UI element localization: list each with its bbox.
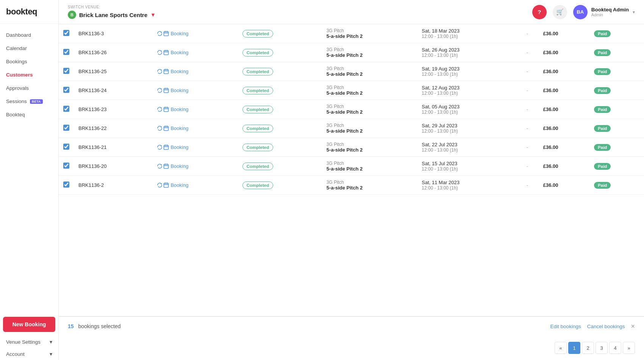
facility-category: 3G Pitch (327, 142, 413, 147)
datetime-cell: Sat, 12 Aug 2023 12:00 - 13:00 (1h) (417, 81, 516, 100)
venue-icon: B (68, 11, 76, 19)
row-checkbox[interactable] (63, 144, 69, 150)
facility-name: 5-a-side Pitch 2 (327, 109, 413, 115)
booking-type-link[interactable]: Booking (157, 144, 233, 150)
cancel-bookings-link[interactable]: Cancel bookings (587, 324, 625, 329)
booking-date: Sat, 22 Jul 2023 (422, 142, 511, 147)
dash-value: - (527, 69, 528, 74)
booking-type-label: Booking (170, 182, 188, 188)
row-checkbox-cell (59, 62, 74, 81)
page-4-button[interactable]: 4 (609, 342, 621, 354)
booking-type-link[interactable]: Booking (157, 182, 233, 188)
refresh-icon (157, 182, 163, 188)
approvals-label: Approvals (6, 85, 29, 91)
facility-cell: 3G Pitch 5-a-side Pitch 2 (322, 62, 417, 81)
booking-type-link[interactable]: Booking (157, 50, 233, 55)
new-booking-button[interactable]: New Booking (3, 317, 55, 332)
payment-badge: Paid (594, 125, 611, 132)
row-checkbox[interactable] (63, 125, 69, 131)
payment-badge: Paid (594, 87, 611, 94)
customers-label: Customers (6, 72, 33, 78)
facility-category: 3G Pitch (327, 85, 413, 90)
status-cell: Completed (238, 62, 322, 81)
edit-bookings-link[interactable]: Edit bookings (550, 324, 581, 329)
bookings-label: Bookings (6, 59, 27, 64)
refresh-icon (157, 144, 163, 150)
page-2-button[interactable]: 2 (582, 342, 594, 354)
sidebar-item-approvals[interactable]: Approvals (0, 81, 58, 95)
row-checkbox[interactable] (63, 49, 69, 55)
booking-type-link[interactable]: Booking (157, 88, 233, 93)
booking-time: 12:00 - 13:00 (1h) (422, 166, 511, 172)
calendar-type-icon (163, 31, 169, 36)
booking-date: Sat, 29 Jul 2023 (422, 123, 511, 128)
row-checkbox[interactable] (63, 68, 69, 74)
venue-selector[interactable]: B Brick Lane Sports Centre ▼ (68, 11, 156, 19)
extra-cell: - (516, 119, 539, 138)
sidebar-section-venue-settings[interactable]: Venue Settings ▾ (0, 336, 58, 348)
price-cell: £36.00 (539, 157, 589, 176)
status-badge: Completed (242, 87, 273, 94)
booking-type-link[interactable]: Booking (157, 163, 233, 169)
payment-badge: Paid (594, 68, 611, 75)
booking-time: 12:00 - 13:00 (1h) (422, 53, 511, 58)
booking-date: Sat, 19 Aug 2023 (422, 66, 511, 72)
facility-category: 3G Pitch (327, 28, 413, 33)
booking-type-cell: Booking (152, 100, 238, 119)
booking-date: Sat, 18 Mar 2023 (422, 28, 511, 34)
page-3-button[interactable]: 3 (596, 342, 608, 354)
selected-count: 15 (68, 323, 74, 329)
user-name: Bookteq Admin (591, 7, 629, 13)
datetime-cell: Sat, 15 Jul 2023 12:00 - 13:00 (1h) (417, 157, 516, 176)
close-selection-button[interactable]: × (631, 322, 635, 330)
booking-type-icons (157, 88, 169, 93)
datetime-info: Sat, 12 Aug 2023 12:00 - 13:00 (1h) (422, 85, 511, 96)
sidebar-item-bookteq[interactable]: Bookteq (0, 108, 58, 121)
booking-type-link[interactable]: Booking (157, 106, 233, 112)
row-checkbox[interactable] (63, 87, 69, 93)
page-1-button[interactable]: 1 (568, 342, 580, 354)
beta-badge: BETA (30, 99, 43, 104)
booking-id-cell: BRK1136-20 (74, 157, 152, 176)
prev-page-button[interactable]: « (555, 342, 567, 354)
help-button[interactable]: ? (532, 5, 547, 19)
sessions-label: Sessions (6, 99, 27, 104)
booking-type-link[interactable]: Booking (157, 69, 233, 74)
main-content: SWITCH VENUE: B Brick Lane Sports Centre… (59, 0, 644, 360)
row-checkbox[interactable] (63, 163, 69, 169)
status-badge: Completed (242, 49, 273, 56)
svg-rect-2 (164, 70, 169, 74)
sidebar-item-bookings[interactable]: Bookings (0, 55, 58, 68)
sidebar-item-dashboard[interactable]: Dashboard (0, 28, 58, 42)
user-info[interactable]: BA Bookteq Admin Admin ▾ (573, 5, 635, 19)
row-checkbox[interactable] (63, 106, 69, 112)
facility-cell: 3G Pitch 5-a-side Pitch 2 (322, 119, 417, 138)
row-checkbox[interactable] (63, 30, 69, 36)
logo: bookteq (0, 0, 58, 24)
payment-badge: Paid (594, 30, 611, 37)
sidebar-item-calendar[interactable]: Calendar (0, 42, 58, 55)
pagination: « 1 2 3 4 » (555, 342, 635, 354)
price-value: £36.00 (543, 69, 558, 74)
booking-type-link[interactable]: Booking (157, 125, 233, 131)
sidebar-item-sessions[interactable]: Sessions BETA (0, 95, 58, 108)
cart-button[interactable]: 🛒 (553, 5, 567, 19)
status-cell: Completed (238, 157, 322, 176)
calendar-type-icon (163, 125, 169, 131)
row-checkbox[interactable] (63, 182, 69, 188)
facility-cell: 3G Pitch 5-a-side Pitch 2 (322, 81, 417, 100)
sidebar-item-customers[interactable]: Customers (0, 68, 58, 81)
calendar-type-icon (163, 163, 169, 169)
facility-cell: 3G Pitch 5-a-side Pitch 2 (322, 43, 417, 62)
refresh-icon (157, 50, 163, 55)
sidebar-section-account[interactable]: Account ▾ (0, 348, 58, 360)
prev-arrow-icon: « (559, 345, 562, 351)
payment-cell: Paid (589, 43, 644, 62)
svg-rect-6 (164, 146, 169, 150)
payment-badge: Paid (594, 144, 611, 151)
dash-value: - (527, 88, 528, 93)
next-page-button[interactable]: » (623, 342, 635, 354)
booking-type-link[interactable]: Booking (157, 31, 233, 36)
table-row: BRK1136-24 Booking (59, 81, 644, 100)
row-checkbox-cell (59, 138, 74, 157)
